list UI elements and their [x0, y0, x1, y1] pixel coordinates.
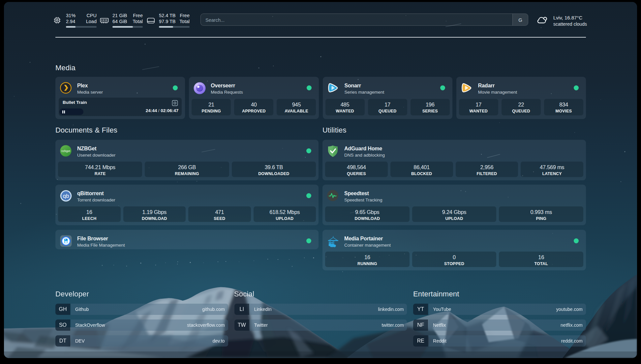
svg-text:qb: qb: [63, 193, 69, 199]
svg-text:nzbget: nzbget: [61, 149, 71, 153]
